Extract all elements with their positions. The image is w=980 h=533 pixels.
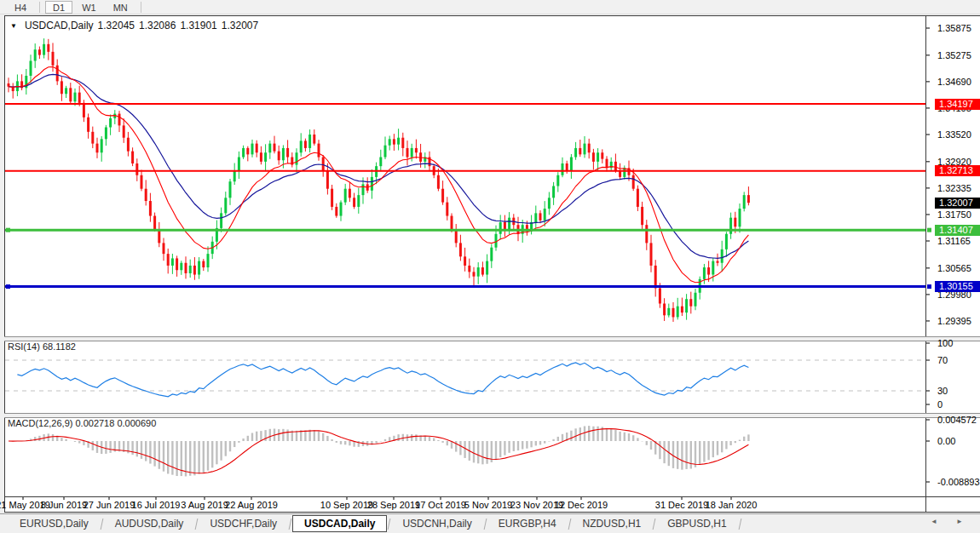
rsi-axis-label: 100 [937, 338, 953, 348]
price-tick-label: 1.35875 [937, 23, 971, 33]
tab-separator [653, 519, 656, 530]
date-label: 5 Nov 2019 [464, 500, 512, 510]
macd-pane [9, 426, 748, 476]
macd-axis-label: 0.004572 [937, 415, 977, 425]
horizontal-lines[interactable] [5, 104, 931, 289]
chart-tab-bar: EURUSD,DailyAUDUSD,DailyUSDCHF,DailyUSDC… [0, 513, 980, 533]
tab-separator [195, 519, 199, 530]
macd-axis-label: 0.00 [937, 436, 955, 446]
tab-separator [388, 519, 391, 530]
tab-scroll-right-icon[interactable]: ► [956, 518, 971, 525]
price-tick-label: 1.34690 [937, 77, 971, 87]
price-tick-label: 1.29395 [937, 316, 971, 326]
price-tick-label: 1.35275 [937, 50, 971, 60]
tab-nzdusd-h1[interactable]: NZDUSD,H1 [572, 516, 653, 531]
chart-border-bottom [4, 512, 980, 513]
tab-usdchf-daily[interactable]: USDCHF,Daily [199, 516, 288, 531]
tab-scroll-arrows: ◄ ► [931, 518, 971, 525]
line-handle[interactable] [6, 284, 10, 289]
price-open: 1.32045 [98, 20, 135, 32]
date-label: 31 Dec 2019 [655, 500, 708, 510]
date-label: 17 Oct 2019 [415, 500, 466, 510]
rsi-pane [5, 360, 925, 391]
price-badge-1.31407: 1.31407 [935, 225, 980, 236]
tab-separator [483, 519, 487, 530]
price-tick-label: 1.31750 [937, 209, 971, 220]
tab-separator [289, 519, 292, 530]
symbol-dropdown-icon[interactable]: ▼ [10, 22, 17, 30]
price-tick-label: 1.30565 [937, 263, 971, 273]
line-handle[interactable] [6, 228, 10, 232]
date-label: 3 Aug 2019 [181, 500, 228, 510]
price-badge-1.30155: 1.30155 [935, 281, 980, 292]
chart-border-top [4, 15, 980, 16]
price-badge-1.34197: 1.34197 [935, 99, 980, 110]
moving-averages [9, 67, 748, 283]
chart-canvas[interactable] [0, 0, 980, 533]
tab-separator [568, 519, 571, 530]
rsi-line [17, 363, 748, 397]
rsi-axis-label: 70 [937, 355, 948, 365]
chart-title: ▼ USDCAD,Daily 1.32045 1.32086 1.31901 1… [10, 20, 258, 32]
rsi-axis-label: 0 [937, 399, 943, 410]
date-label: 10 Sep 2019 [320, 500, 373, 510]
price-tick-label: 1.33520 [937, 129, 971, 140]
tab-usdcnh-daily[interactable]: USDCNH,Daily [391, 516, 482, 531]
date-label: 16 Jul 2019 [132, 500, 181, 510]
chart-symbol: USDCAD,Daily [25, 20, 94, 32]
price-low: 1.31901 [180, 20, 216, 32]
axis-ticks [23, 28, 930, 500]
date-label: 28 Sep 2019 [367, 500, 420, 510]
rsi-axis-label: 30 [937, 386, 948, 396]
pane-splitter-rsi[interactable] [4, 336, 980, 341]
price-tick-label: 1.32335 [937, 183, 971, 193]
tab-scroll-left-icon[interactable]: ◄ [931, 518, 946, 525]
candles [8, 38, 750, 322]
tab-audusd-daily[interactable]: AUDUSD,Daily [104, 516, 195, 531]
price-tick-label: 1.31165 [937, 236, 971, 246]
tab-eurusd-daily[interactable]: EURUSD,Daily [9, 516, 100, 531]
date-label: 8 Jun 2019 [41, 500, 87, 510]
price-badge-1.32713: 1.32713 [935, 165, 980, 176]
date-label: 12 Dec 2019 [555, 500, 608, 510]
date-label: 22 Aug 2019 [225, 500, 278, 510]
chart-border-left [4, 15, 5, 513]
macd-axis-label: -0.008893 [937, 477, 980, 487]
rsi-label: RSI(14) 68.1182 [8, 341, 76, 352]
tab-gbpusd-h1[interactable]: GBPUSD,H1 [656, 516, 737, 531]
date-label: 18 Jan 2020 [706, 500, 758, 510]
price-close: 1.32007 [222, 20, 258, 32]
date-label: 27 Jun 2019 [84, 500, 135, 510]
tab-usdcad-daily[interactable]: USDCAD,Daily [292, 515, 387, 532]
price-high: 1.32086 [139, 20, 176, 32]
tab-separator [738, 519, 741, 530]
macd-label: MACD(12,26,9) 0.002718 0.000690 [8, 418, 156, 428]
tab-eurgbp-h4[interactable]: EURGBP,H4 [487, 516, 568, 531]
price-badge-1.32007: 1.32007 [935, 198, 980, 209]
tab-separator [100, 519, 103, 530]
